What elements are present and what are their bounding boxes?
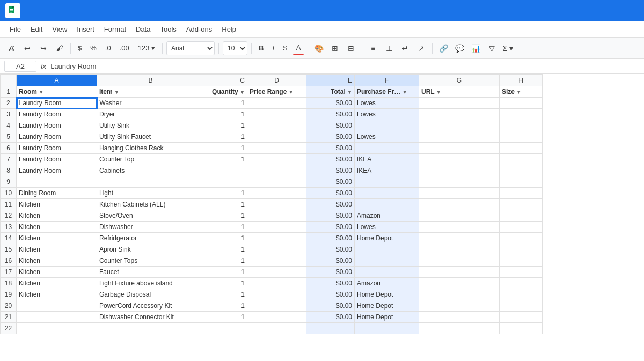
percent-button[interactable]: % (87, 41, 100, 55)
cell-E7[interactable]: $0.00 (306, 154, 355, 165)
cell-D6[interactable] (247, 143, 306, 154)
cell-B7[interactable]: Counter Top (97, 154, 204, 165)
cell-B4[interactable]: Utility Sink (97, 120, 204, 131)
cell-D17[interactable] (247, 267, 306, 278)
cell-B12[interactable]: Stove/Oven (97, 210, 204, 222)
cell-H22[interactable] (500, 323, 543, 334)
col-header-D[interactable]: D (247, 75, 306, 86)
cell-H21[interactable] (500, 312, 543, 323)
cell-A7[interactable]: Laundry Room (17, 154, 97, 165)
cell-H8[interactable] (500, 165, 543, 176)
cell-F16[interactable] (355, 255, 419, 267)
borders-button[interactable]: ⊞ (328, 41, 342, 55)
cell-C5[interactable]: 1 (204, 131, 247, 143)
cell-E11[interactable]: $0.00 (306, 199, 355, 210)
cell-D1[interactable]: Price Range ▼ (247, 86, 306, 98)
cell-E20[interactable]: $0.00 (306, 300, 355, 312)
cell-D4[interactable] (247, 120, 306, 131)
cell-B10[interactable]: Light (97, 188, 204, 199)
cell-D19[interactable] (247, 289, 306, 300)
cell-G12[interactable] (419, 210, 500, 222)
cell-E21[interactable]: $0.00 (306, 312, 355, 323)
cell-F14[interactable]: Home Depot (355, 233, 419, 244)
cell-D2[interactable] (247, 98, 306, 109)
cell-F18[interactable]: Amazon (355, 278, 419, 289)
cell-G7[interactable] (419, 154, 500, 165)
cell-C14[interactable]: 1 (204, 233, 247, 244)
cell-D8[interactable] (247, 165, 306, 176)
cell-A14[interactable]: Kitchen (17, 233, 97, 244)
link-button[interactable]: 🔗 (436, 41, 450, 55)
cell-F4[interactable] (355, 120, 419, 131)
cell-B8[interactable]: Cabinets (97, 165, 204, 176)
cell-D12[interactable] (247, 210, 306, 222)
cell-F12[interactable]: Amazon (355, 210, 419, 222)
italic-button[interactable]: I (269, 41, 277, 55)
cell-E1[interactable]: Total ▼ (306, 86, 355, 98)
cell-B21[interactable]: Dishwasher Connector Kit (97, 312, 204, 323)
wrap-button[interactable]: ↵ (398, 41, 412, 55)
cell-A3[interactable]: Laundry Room (17, 109, 97, 120)
cell-C17[interactable]: 1 (204, 267, 247, 278)
cell-B19[interactable]: Garbage Disposal (97, 289, 204, 300)
cell-C19[interactable]: 1 (204, 289, 247, 300)
cell-E18[interactable]: $0.00 (306, 278, 355, 289)
cell-C15[interactable]: 1 (204, 244, 247, 255)
cell-F7[interactable]: IKEA (355, 154, 419, 165)
cell-C3[interactable]: 1 (204, 109, 247, 120)
menu-insert[interactable]: Insert (72, 23, 99, 35)
cell-E19[interactable]: $0.00 (306, 289, 355, 300)
cell-F19[interactable]: Home Depot (355, 289, 419, 300)
function-button[interactable]: Σ ▾ (501, 41, 515, 55)
cell-F10[interactable] (355, 188, 419, 199)
cell-B17[interactable]: Faucet (97, 267, 204, 278)
cell-C4[interactable]: 1 (204, 120, 247, 131)
cell-G15[interactable] (419, 244, 500, 255)
cell-D10[interactable] (247, 188, 306, 199)
cell-G14[interactable] (419, 233, 500, 244)
filter-button[interactable]: ▽ (485, 41, 499, 55)
cell-H2[interactable] (500, 98, 543, 109)
cell-G4[interactable] (419, 120, 500, 131)
cell-B14[interactable]: Refridgerator (97, 233, 204, 244)
cell-C18[interactable]: 1 (204, 278, 247, 289)
cell-A13[interactable]: Kitchen (17, 222, 97, 233)
print-button[interactable]: 🖨 (4, 41, 18, 55)
rotate-button[interactable]: ↗ (414, 41, 428, 55)
cell-C7[interactable]: 1 (204, 154, 247, 165)
font-size-select[interactable]: 10 (223, 41, 247, 55)
cell-F21[interactable]: Home Depot (355, 312, 419, 323)
cell-H12[interactable] (500, 210, 543, 222)
cell-C2[interactable]: 1 (204, 98, 247, 109)
cell-D14[interactable] (247, 233, 306, 244)
cell-F13[interactable]: Lowes (355, 222, 419, 233)
cell-F5[interactable]: Lowes (355, 131, 419, 143)
cell-ref-input[interactable] (4, 61, 36, 72)
cell-H14[interactable] (500, 233, 543, 244)
cell-G9[interactable] (419, 176, 500, 188)
menu-data[interactable]: Data (131, 23, 155, 35)
chart-button[interactable]: 📊 (469, 41, 482, 55)
cell-A10[interactable]: Dining Room (17, 188, 97, 199)
paint-format-button[interactable]: 🖌 (53, 41, 67, 55)
cell-E14[interactable]: $0.00 (306, 233, 355, 244)
cell-G10[interactable] (419, 188, 500, 199)
cell-F2[interactable]: Lowes (355, 98, 419, 109)
cell-E16[interactable]: $0.00 (306, 255, 355, 267)
cell-F11[interactable] (355, 199, 419, 210)
cell-A16[interactable]: Kitchen (17, 255, 97, 267)
cell-F20[interactable]: Home Depot (355, 300, 419, 312)
cell-B22[interactable] (97, 323, 204, 334)
align-left-button[interactable]: ≡ (366, 41, 380, 55)
cell-E12[interactable]: $0.00 (306, 210, 355, 222)
cell-G20[interactable] (419, 300, 500, 312)
menu-format[interactable]: Format (100, 23, 130, 35)
cell-H17[interactable] (500, 267, 543, 278)
cell-H10[interactable] (500, 188, 543, 199)
cell-C16[interactable]: 1 (204, 255, 247, 267)
cell-F9[interactable] (355, 176, 419, 188)
cell-G8[interactable] (419, 165, 500, 176)
cell-G1[interactable]: URL ▼ (419, 86, 500, 98)
decimal-more-button[interactable]: .00 (116, 41, 133, 55)
cell-D11[interactable] (247, 199, 306, 210)
